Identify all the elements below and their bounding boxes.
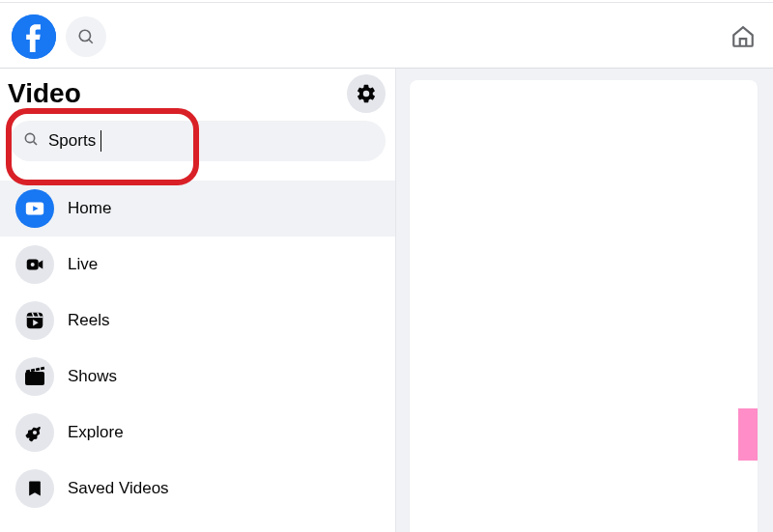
content-card: [410, 80, 758, 532]
search-icon: [77, 28, 95, 45]
svg-rect-15: [36, 368, 41, 372]
svg-point-17: [33, 431, 37, 434]
facebook-logo[interactable]: [12, 14, 56, 59]
nav-item-explore[interactable]: Explore: [6, 405, 389, 461]
reels-icon: [15, 301, 54, 340]
video-nav-list: Home Live Reel: [0, 181, 395, 517]
text-cursor: [100, 130, 101, 152]
global-header: [0, 10, 773, 64]
gear-icon: [356, 83, 377, 104]
home-icon: [730, 24, 756, 49]
nav-item-home[interactable]: Home: [0, 181, 395, 237]
video-header: Video: [0, 69, 395, 113]
main-content: [396, 69, 773, 532]
nav-label: Explore: [68, 423, 124, 442]
facebook-f-icon: [12, 14, 56, 59]
svg-line-2: [89, 40, 93, 43]
video-search-wrap: [10, 121, 386, 161]
nav-item-reels[interactable]: Reels: [6, 293, 389, 349]
top-divider: [0, 2, 773, 3]
global-search-button[interactable]: [66, 16, 106, 57]
page-title: Video: [8, 78, 81, 109]
svg-point-1: [79, 30, 90, 41]
svg-rect-14: [31, 369, 36, 373]
nav-label: Live: [68, 255, 98, 274]
home-nav-button[interactable]: [723, 16, 763, 57]
nav-label: Reels: [68, 311, 109, 330]
live-icon: [15, 245, 54, 284]
video-search-input[interactable]: [10, 121, 386, 161]
settings-button[interactable]: [347, 74, 386, 113]
search-icon: [23, 131, 39, 151]
nav-item-saved-videos[interactable]: Saved Videos: [6, 461, 389, 517]
svg-rect-16: [41, 367, 45, 371]
explore-icon: [15, 413, 54, 452]
svg-rect-12: [25, 372, 44, 385]
svg-line-4: [34, 142, 37, 145]
bookmark-icon: [15, 469, 54, 508]
svg-point-3: [25, 133, 34, 142]
nav-label: Saved Videos: [68, 479, 169, 498]
nav-label: Shows: [68, 367, 117, 386]
nav-item-live[interactable]: Live: [6, 237, 389, 293]
video-home-icon: [15, 189, 54, 228]
shows-icon: [15, 357, 54, 396]
svg-rect-8: [27, 313, 43, 329]
nav-item-shows[interactable]: Shows: [6, 349, 389, 405]
video-sidebar: Video Home: [0, 69, 396, 532]
nav-label: Home: [68, 199, 111, 218]
pink-accent: [738, 408, 758, 461]
svg-point-7: [31, 263, 35, 266]
